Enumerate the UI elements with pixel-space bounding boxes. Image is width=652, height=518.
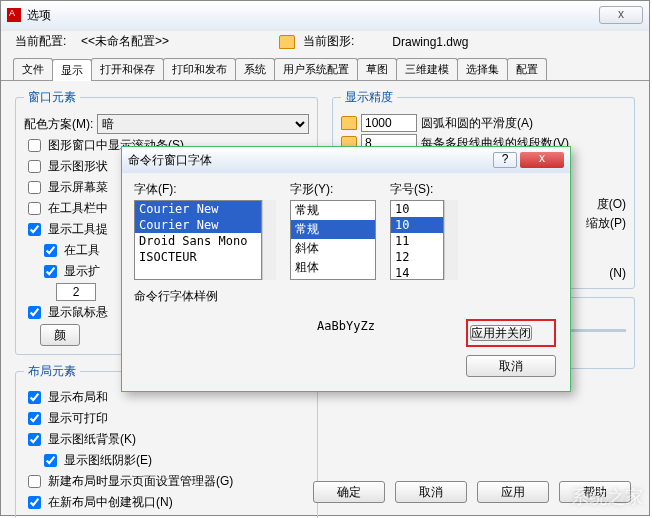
cb-scrollbar[interactable] <box>28 139 41 152</box>
drawing-icon <box>279 35 295 49</box>
tab-user[interactable]: 用户系统配置 <box>274 58 358 80</box>
size-item[interactable]: 12 <box>391 249 443 265</box>
lbl-layout-tabs: 显示布局和 <box>48 389 108 406</box>
style-item[interactable]: 粗体 斜体 <box>291 277 375 280</box>
tab-plot[interactable]: 打印和发布 <box>163 58 236 80</box>
sample-label: 命令行字体样例 <box>134 288 558 305</box>
dialog-help-button[interactable]: ? <box>493 152 517 168</box>
app-icon <box>7 8 21 22</box>
lbl-screenmenu: 显示屏幕菜 <box>48 179 108 196</box>
profile-value: <<未命名配置>> <box>81 33 271 50</box>
tab-file[interactable]: 文件 <box>13 58 53 80</box>
style-item-selected[interactable]: 常规 <box>291 201 375 220</box>
style-item[interactable]: 常规 <box>291 220 375 239</box>
arc-smooth-label: 圆弧和圆的平滑度(A) <box>421 115 533 132</box>
dialog-title: 命令行窗口字体 <box>128 152 493 169</box>
lbl-status: 显示图形状 <box>48 158 108 175</box>
options-window: 选项 x 当前配置: <<未命名配置>> 当前图形: Drawing1.dwg … <box>0 0 650 516</box>
dialog-titlebar: 命令行窗口字体 ? x <box>122 147 570 173</box>
style-item[interactable]: 斜体 <box>291 239 375 258</box>
lbl-in-tool: 在工具 <box>64 242 100 259</box>
cb-show-ext[interactable] <box>44 265 57 278</box>
lbl-tooltip: 显示工具提 <box>48 221 108 238</box>
size-item[interactable]: 10 <box>391 217 443 233</box>
cb-mouse-hover[interactable] <box>28 306 41 319</box>
n-label: (N) <box>609 266 626 280</box>
dialog-body: 字体(F): Courier New Courier New Droid San… <box>122 173 570 391</box>
lbl-paper-shadow: 显示图纸阴影(E) <box>64 452 152 469</box>
lbl-toolbar-in: 在工具栏中 <box>48 200 108 217</box>
cb-status[interactable] <box>28 160 41 173</box>
lbl-new-layout-mgr: 新建布局时显示页面设置管理器(G) <box>48 473 233 490</box>
style-item[interactable]: 粗体 <box>291 258 375 277</box>
cb-layout-tabs[interactable] <box>28 391 41 404</box>
lbl-show-ext: 显示扩 <box>64 263 100 280</box>
font-scrollbar[interactable] <box>262 200 276 280</box>
tabstrip: 文件 显示 打开和保存 打印和发布 系统 用户系统配置 草图 三维建模 选择集 … <box>1 58 649 81</box>
cb-paper-bg[interactable] <box>28 433 41 446</box>
titlebar: 选项 x <box>1 1 649 29</box>
folder-icon <box>341 116 357 130</box>
cb-printable[interactable] <box>28 412 41 425</box>
tab-profiles[interactable]: 配置 <box>507 58 547 80</box>
tab-3d[interactable]: 三维建模 <box>396 58 458 80</box>
legend-res: 显示精度 <box>341 89 397 106</box>
font-column: 字体(F): Courier New Courier New Droid San… <box>134 181 276 280</box>
font-dialog: 命令行窗口字体 ? x 字体(F): Courier New Courier N… <box>121 146 571 392</box>
lbl-create-viewport: 在新布局中创建视口(N) <box>48 494 173 511</box>
cb-new-layout-mgr[interactable] <box>28 475 41 488</box>
lbl-mouse-hover: 显示鼠标悬 <box>48 304 108 321</box>
drawing-value: Drawing1.dwg <box>392 35 468 49</box>
tab-open-save[interactable]: 打开和保存 <box>91 58 164 80</box>
cb-in-tool[interactable] <box>44 244 57 257</box>
font-item[interactable]: Droid Sans Mono <box>135 233 261 249</box>
dialog-close-button[interactable]: x <box>520 152 564 168</box>
size-scrollbar[interactable] <box>444 200 458 280</box>
ok-button[interactable]: 确定 <box>313 481 385 503</box>
bottom-buttons: 确定 取消 应用 帮助 <box>313 481 631 503</box>
cb-paper-shadow[interactable] <box>44 454 57 467</box>
cb-create-viewport[interactable] <box>28 496 41 509</box>
cb-tooltip[interactable] <box>28 223 41 236</box>
help-button[interactable]: 帮助 <box>559 481 631 503</box>
profile-label: 当前配置: <box>15 33 73 50</box>
style-label: 字形(Y): <box>290 181 376 198</box>
apply-button[interactable]: 应用 <box>477 481 549 503</box>
size-list[interactable]: 10 10 11 12 14 <box>390 200 444 280</box>
cb-toolbar-in[interactable] <box>28 202 41 215</box>
tab-selection[interactable]: 选择集 <box>457 58 508 80</box>
font-list[interactable]: Courier New Courier New Droid Sans Mono … <box>134 200 262 280</box>
cancel-button[interactable]: 取消 <box>395 481 467 503</box>
font-label: 字体(F): <box>134 181 276 198</box>
color-button[interactable]: 颜 <box>40 324 80 346</box>
size-item[interactable]: 11 <box>391 233 443 249</box>
style-column: 字形(Y): 常规 常规 斜体 粗体 粗体 斜体 <box>290 181 376 280</box>
tab-draft[interactable]: 草图 <box>357 58 397 80</box>
colorscheme-label: 配色方案(M): <box>24 116 93 133</box>
font-item[interactable]: Courier New <box>135 217 261 233</box>
size-label: 字号(S): <box>390 181 458 198</box>
drawing-label: 当前图形: <box>303 33 354 50</box>
delay-input[interactable] <box>56 283 96 301</box>
arc-smooth-input[interactable] <box>361 114 417 132</box>
colorscheme-select[interactable]: 暗 <box>97 114 309 134</box>
size-item-selected[interactable]: 10 <box>391 201 443 217</box>
font-item[interactable]: ISOCTEUR <box>135 249 261 265</box>
font-item-selected[interactable]: Courier New <box>135 201 261 217</box>
dialog-cancel-button[interactable]: 取消 <box>466 355 556 377</box>
profile-row: 当前配置: <<未命名配置>> 当前图形: Drawing1.dwg <box>1 29 649 54</box>
size-item[interactable]: 14 <box>391 265 443 280</box>
close-button[interactable]: x <box>599 6 643 24</box>
size-column: 字号(S): 10 10 11 12 14 <box>390 181 458 280</box>
legend-layout: 布局元素 <box>24 363 80 380</box>
tab-display[interactable]: 显示 <box>52 59 92 81</box>
lbl-printable: 显示可打印 <box>48 410 108 427</box>
window-title: 选项 <box>27 7 595 24</box>
highlight-box: 应用并关闭 <box>466 319 556 347</box>
style-list[interactable]: 常规 常规 斜体 粗体 粗体 斜体 <box>290 200 376 280</box>
tab-system[interactable]: 系统 <box>235 58 275 80</box>
zoom-label: 缩放(P) <box>586 215 626 232</box>
apply-close-button[interactable]: 应用并关闭 <box>470 325 532 341</box>
cb-screenmenu[interactable] <box>28 181 41 194</box>
legend-window: 窗口元素 <box>24 89 80 106</box>
